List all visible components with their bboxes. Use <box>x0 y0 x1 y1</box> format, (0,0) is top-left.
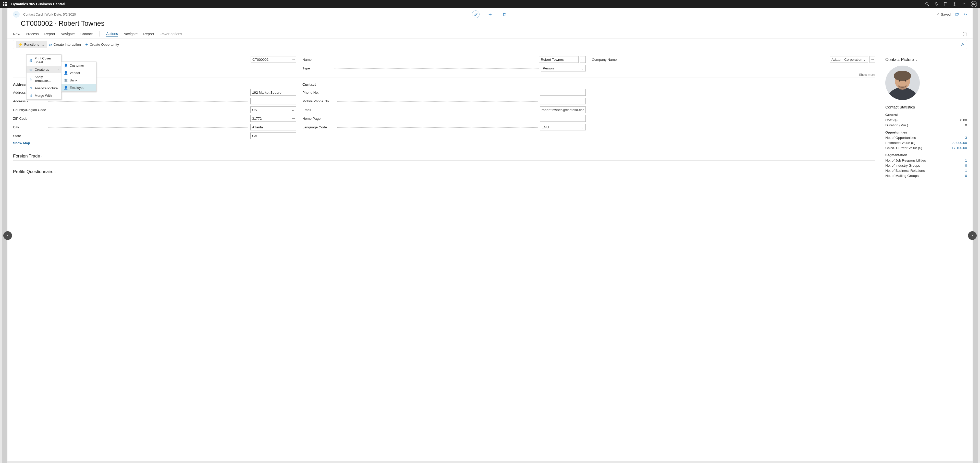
city-field[interactable] <box>250 124 291 130</box>
svg-point-3 <box>954 3 955 4</box>
ribbon-functions[interactable]: ⚡Functions⌄ <box>16 41 47 48</box>
ribbon-create-opportunity[interactable]: ✦Create Opportunity <box>83 41 121 48</box>
dots <box>48 100 248 102</box>
address-field[interactable] <box>250 89 296 96</box>
separator <box>99 32 100 37</box>
menu-employee-label: Employee <box>70 86 84 89</box>
cmd-new[interactable]: New <box>13 32 20 36</box>
dots <box>334 58 537 60</box>
dots <box>337 117 538 119</box>
cmd-process[interactable]: Process <box>26 32 39 36</box>
city-lookup-button[interactable]: ⋯ <box>291 124 296 130</box>
cur-val-value[interactable]: 17,100.00 <box>952 145 967 151</box>
prev-record-button[interactable]: ‹ <box>3 231 12 240</box>
show-more-link[interactable]: Show more <box>13 73 875 76</box>
zip-field[interactable] <box>250 115 291 122</box>
contact-heading: Contact <box>302 83 586 86</box>
user-avatar[interactable]: RZ <box>971 1 977 7</box>
show-map-link[interactable]: Show Map <box>13 141 296 145</box>
menu-bank[interactable]: 🏦Bank <box>62 76 96 84</box>
bus-rel-value[interactable]: 1 <box>965 168 967 173</box>
flag-icon[interactable] <box>943 2 947 6</box>
no-opp-label: No. of Opportunities <box>885 135 916 140</box>
no-field[interactable] <box>251 56 290 63</box>
company-ellipsis-button[interactable]: ⋯ <box>870 56 875 63</box>
info-icon[interactable]: i <box>963 32 967 36</box>
card-icon: ▭ <box>29 68 33 72</box>
delete-button[interactable] <box>501 11 508 18</box>
menu-employee[interactable]: 👤Employee <box>62 84 96 91</box>
chevron-right-icon: › <box>58 68 59 72</box>
foreign-trade-section[interactable]: Foreign Trade› <box>13 154 875 161</box>
bank-icon: 🏦 <box>64 78 68 82</box>
cmd-navigate2[interactable]: Navigate <box>124 32 138 36</box>
country-label: Country/Region Code <box>13 108 46 112</box>
mobile-field[interactable] <box>540 98 586 104</box>
name-ellipsis-button[interactable]: ⋯ <box>580 56 586 63</box>
job-resp-value[interactable]: 1 <box>965 158 967 163</box>
country-dropdown[interactable]: US⌄ <box>250 107 296 113</box>
edit-button[interactable] <box>472 11 479 18</box>
cmd-actions[interactable]: Actions <box>106 32 118 37</box>
email-field[interactable] <box>540 107 586 113</box>
phone-field[interactable] <box>540 89 586 96</box>
est-val-value[interactable]: 22,000.00 <box>952 140 967 145</box>
functions-menu: 🖨Print Cover Sheet ▭Create as› ⎘Apply Te… <box>26 54 62 100</box>
menu-customer-label: Customer <box>70 64 84 67</box>
popout-icon[interactable] <box>955 13 959 16</box>
zip-lookup-button[interactable]: ⋯ <box>291 115 296 122</box>
name-field[interactable] <box>539 56 579 63</box>
action-ribbon: ⚡Functions⌄ ⇄Create Interaction ✦Create … <box>13 40 967 49</box>
chevron-down-icon: ⌄ <box>581 66 584 70</box>
homepage-field[interactable] <box>540 115 586 122</box>
state-field[interactable] <box>250 132 296 139</box>
chevron-down-icon: ⌄ <box>41 43 45 47</box>
next-record-button[interactable]: › <box>968 231 977 240</box>
cmd-navigate[interactable]: Navigate <box>61 32 75 36</box>
menu-create-as[interactable]: ▭Create as› <box>27 66 61 73</box>
help-icon[interactable] <box>962 2 966 6</box>
svg-point-0 <box>925 3 928 5</box>
profile-questionnaire-section[interactable]: Profile Questionnaire› <box>13 169 875 176</box>
cmd-report[interactable]: Report <box>45 32 55 36</box>
menu-create-as-label: Create as <box>35 68 49 72</box>
company-label: Company Name <box>592 58 622 62</box>
contact-picture-heading[interactable]: Contact Picture⌄ <box>885 57 967 62</box>
bell-icon[interactable] <box>934 2 938 6</box>
search-icon[interactable] <box>925 2 929 6</box>
ribbon-create-interaction[interactable]: ⇄Create Interaction <box>47 41 83 48</box>
menu-merge-with[interactable]: ⇉Merge With... <box>27 92 61 99</box>
type-dropdown[interactable]: Person⌄ <box>541 65 586 72</box>
est-val-label: Estimated Value ($) <box>885 140 915 145</box>
address2-field[interactable] <box>250 98 296 104</box>
mail-grp-value[interactable]: 0 <box>965 173 967 178</box>
ind-grp-value[interactable]: 0 <box>965 163 967 168</box>
chevron-down-icon: ⌄ <box>863 57 866 62</box>
stats-opportunities-heading: Opportunities <box>885 130 967 134</box>
pin-icon[interactable] <box>961 43 964 46</box>
collapse-icon[interactable] <box>963 13 967 16</box>
no-opp-value[interactable]: 3 <box>965 135 967 140</box>
back-button[interactable]: ← <box>13 11 20 18</box>
menu-apply-template[interactable]: ⎘Apply Template... <box>27 73 61 84</box>
menu-customer[interactable]: 👤Customer <box>62 62 96 69</box>
new-button[interactable] <box>486 11 494 18</box>
no-ellipsis-button[interactable]: ⋯ <box>290 56 296 63</box>
cmd-report2[interactable]: Report <box>143 32 154 36</box>
svg-point-16 <box>899 80 900 82</box>
language-dropdown[interactable]: ENU⌄ <box>540 124 586 130</box>
company-dropdown[interactable]: Adatum Corporation⌄ <box>830 56 868 63</box>
type-value: Person <box>543 66 554 70</box>
contact-photo <box>885 65 967 100</box>
dots <box>337 126 538 127</box>
menu-vendor[interactable]: 👤Vendor <box>62 69 96 76</box>
cmd-contact[interactable]: Contact <box>80 32 93 36</box>
cmd-fewer-options[interactable]: Fewer options <box>159 32 182 36</box>
menu-print-cover-label: Print Cover Sheet <box>35 56 59 64</box>
menu-analyze-picture[interactable]: ⟳Analyze Picture <box>27 84 61 92</box>
dots <box>337 108 538 110</box>
profile-questionnaire-label: Profile Questionnaire <box>13 169 54 174</box>
app-launcher-icon[interactable] <box>3 2 7 6</box>
gear-icon[interactable] <box>953 2 956 6</box>
menu-print-cover-sheet[interactable]: 🖨Print Cover Sheet <box>27 55 61 66</box>
